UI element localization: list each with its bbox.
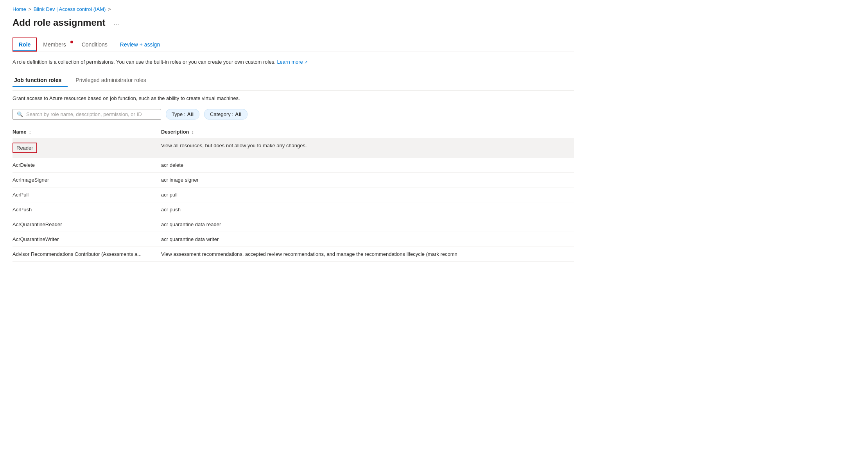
learn-more-link[interactable]: Learn more ↗ xyxy=(277,59,308,65)
type-filter-value: All xyxy=(187,111,194,117)
members-dot xyxy=(70,41,73,43)
name-sort-icon[interactable]: ↕ xyxy=(29,130,31,134)
search-icon: 🔍 xyxy=(17,111,23,117)
breadcrumb-sep-2: > xyxy=(108,7,111,12)
col-name: Name ↕ xyxy=(13,126,161,138)
tab-conditions[interactable]: Conditions xyxy=(75,38,114,52)
row-description-cell: acr quarantine data writer xyxy=(161,232,574,246)
search-filter-row: 🔍 Type : All Category : All xyxy=(13,109,574,120)
table-row[interactable]: AcrPullacr pull xyxy=(13,187,574,202)
role-description: A role definition is a collection of per… xyxy=(13,58,574,66)
sub-tab-description: Grant access to Azure resources based on… xyxy=(13,95,574,101)
table-row[interactable]: AcrQuarantineWriteracr quarantine data w… xyxy=(13,232,574,246)
ellipsis-button[interactable]: ... xyxy=(110,17,122,28)
type-filter[interactable]: Type : All xyxy=(166,109,199,120)
row-name-cell: AcrDelete xyxy=(13,157,161,172)
page-title: Add role assignment xyxy=(13,17,105,28)
external-link-icon: ↗ xyxy=(304,60,308,64)
tab-members[interactable]: Members xyxy=(37,38,75,52)
row-description-cell: acr pull xyxy=(161,187,574,202)
sub-tabs-wrapper: Job function roles Privileged administra… xyxy=(13,74,574,91)
table-row[interactable]: ReaderView all resources, but does not a… xyxy=(13,138,574,157)
row-name-cell: AcrImageSigner xyxy=(13,172,161,187)
row-name-cell: Advisor Recommendations Contributor (Ass… xyxy=(13,246,161,261)
row-description-cell: acr delete xyxy=(161,157,574,172)
sub-tab-privileged[interactable]: Privileged administrator roles xyxy=(74,74,152,87)
breadcrumb-home[interactable]: Home xyxy=(13,6,26,12)
breadcrumb: Home > Blink Dev | Access control (IAM) … xyxy=(13,6,574,12)
category-filter-value: All xyxy=(235,111,242,117)
sub-tabs: Job function roles Privileged administra… xyxy=(13,74,574,87)
search-input[interactable] xyxy=(26,111,157,117)
col-description: Description ↕ xyxy=(161,126,574,138)
sub-tab-job-function[interactable]: Job function roles xyxy=(13,74,68,87)
row-description-cell: View assessment recommendations, accepte… xyxy=(161,246,574,261)
table-row[interactable]: Advisor Recommendations Contributor (Ass… xyxy=(13,246,574,261)
search-box[interactable]: 🔍 xyxy=(13,109,161,120)
category-filter-label: Category : xyxy=(210,111,233,117)
tab-role[interactable]: Role xyxy=(13,38,37,52)
row-description-cell: acr push xyxy=(161,202,574,217)
table-row[interactable]: AcrImageSigneracr image signer xyxy=(13,172,574,187)
row-name-cell: AcrPush xyxy=(13,202,161,217)
table-row[interactable]: AcrDeleteacr delete xyxy=(13,157,574,172)
tab-review-assign[interactable]: Review + assign xyxy=(114,38,166,52)
row-name-cell: AcrPull xyxy=(13,187,161,202)
desc-sort-icon[interactable]: ↕ xyxy=(192,130,194,134)
table-header: Name ↕ Description ↕ xyxy=(13,126,574,138)
table-row[interactable]: AcrQuarantineReaderacr quarantine data r… xyxy=(13,217,574,232)
roles-table: Name ↕ Description ↕ ReaderView all reso… xyxy=(13,126,574,262)
row-description-cell: acr quarantine data reader xyxy=(161,217,574,232)
breadcrumb-sep-1: > xyxy=(29,7,31,12)
row-description-cell: View all resources, but does not allow y… xyxy=(161,138,574,157)
row-name-cell: Reader xyxy=(13,138,161,157)
row-name-cell: AcrQuarantineWriter xyxy=(13,232,161,246)
breadcrumb-iam[interactable]: Blink Dev | Access control (IAM) xyxy=(34,6,106,12)
selected-role-label: Reader xyxy=(13,143,37,153)
page-header: Add role assignment ... xyxy=(13,17,574,28)
table-row[interactable]: AcrPushacr push xyxy=(13,202,574,217)
type-filter-label: Type : xyxy=(172,111,185,117)
row-name-cell: AcrQuarantineReader xyxy=(13,217,161,232)
category-filter[interactable]: Category : All xyxy=(204,109,247,120)
main-tabs: Role Members Conditions Review + assign xyxy=(13,38,574,52)
row-description-cell: acr image signer xyxy=(161,172,574,187)
